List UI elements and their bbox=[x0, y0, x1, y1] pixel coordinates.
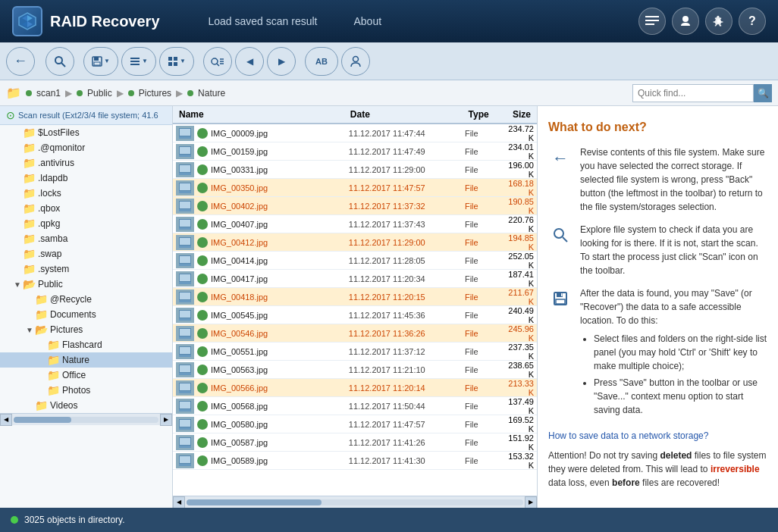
nav-about[interactable]: About bbox=[336, 0, 400, 42]
tree-label-documents: Documents bbox=[50, 309, 96, 320]
file-date: 11.12.2017 11:29:00 bbox=[349, 165, 465, 174]
user2-button[interactable] bbox=[341, 47, 370, 76]
tree-item-recycle[interactable]: 📁@Recycle bbox=[0, 292, 172, 307]
file-thumb bbox=[176, 289, 194, 305]
back-button[interactable]: ← bbox=[6, 47, 35, 76]
help-button[interactable]: ? bbox=[739, 8, 766, 35]
tree-item-photos[interactable]: 📁Photos bbox=[0, 383, 172, 398]
list-button[interactable]: ▼ bbox=[121, 47, 156, 76]
tree-item-videos[interactable]: 📁Videos bbox=[0, 398, 172, 413]
scan-button[interactable] bbox=[45, 47, 74, 76]
tree-item-qmonitor[interactable]: 📁.@qmonitor bbox=[0, 140, 172, 155]
file-row[interactable]: IMG_00587.jpg 11.12.2017 11:41:26 File 1… bbox=[173, 433, 537, 452]
tree-item-qpkg[interactable]: 📁.qpkg bbox=[0, 216, 172, 231]
tree-item-nature[interactable]: 📁Nature bbox=[0, 352, 172, 368]
file-row[interactable]: IMG_00417.jpg 11.12.2017 11:20:34 File 1… bbox=[173, 270, 537, 288]
quick-find-search-button[interactable]: 🔍 bbox=[754, 84, 772, 102]
file-status-dot bbox=[197, 419, 208, 430]
quick-find-input[interactable] bbox=[632, 84, 754, 102]
tree-item-flashcard[interactable]: 📁Flashcard bbox=[0, 337, 172, 352]
tree-item-system[interactable]: 📁.system bbox=[0, 261, 172, 277]
file-size: 196.00 K bbox=[508, 161, 537, 179]
tree-item-office[interactable]: 📁Office bbox=[0, 368, 172, 383]
col-size[interactable]: Size bbox=[513, 109, 537, 120]
file-thumb bbox=[176, 362, 194, 377]
file-row[interactable]: IMG_00407.jpg 11.12.2017 11:37:43 File 2… bbox=[173, 215, 537, 233]
svg-rect-48 bbox=[179, 246, 191, 248]
tree-item-public[interactable]: ▼📂Public bbox=[0, 277, 172, 292]
file-row[interactable]: IMG_00563.jpg 11.12.2017 11:21:10 File 2… bbox=[173, 361, 537, 379]
file-type: File bbox=[465, 420, 508, 429]
file-date: 11.12.2017 11:21:10 bbox=[349, 365, 465, 374]
file-scrollbar-h[interactable]: ◀ ▶ bbox=[173, 496, 537, 508]
file-row[interactable]: IMG_00546.jpg 11.12.2017 11:36:26 File 2… bbox=[173, 324, 537, 343]
tree-label-nature: Nature bbox=[62, 355, 89, 365]
folder-icon-qbox: 📁 bbox=[23, 202, 36, 214]
file-thumb bbox=[176, 126, 194, 141]
tree-expand-system bbox=[12, 264, 23, 274]
tree-item-qbox[interactable]: 📁.qbox bbox=[0, 201, 172, 216]
nav-load-scan[interactable]: Load saved scan result bbox=[190, 0, 336, 42]
tree-item-samba[interactable]: 📁.samba bbox=[0, 231, 172, 246]
find-files-button[interactable] bbox=[203, 47, 232, 76]
svg-rect-51 bbox=[179, 264, 191, 266]
col-name[interactable]: Name bbox=[173, 109, 350, 120]
tree-item-antivirus[interactable]: 📁.antivirus bbox=[0, 155, 172, 171]
file-status-dot bbox=[197, 292, 208, 302]
prev-button[interactable]: ◀ bbox=[235, 47, 264, 76]
breadcrumb-item-scan1[interactable]: scan1 bbox=[36, 88, 61, 99]
svg-rect-72 bbox=[179, 391, 191, 393]
save-button[interactable]: ▼ bbox=[83, 47, 118, 76]
file-row[interactable]: IMG_00009.jpg 11.12.2017 11:47:44 File 2… bbox=[173, 124, 537, 142]
file-row[interactable]: IMG_00566.jpg 11.12.2017 11:20:14 File 2… bbox=[173, 379, 537, 397]
file-name: IMG_00546.jpg bbox=[211, 329, 349, 338]
messages-button[interactable] bbox=[638, 8, 666, 35]
encoding-button[interactable]: AB bbox=[305, 47, 338, 76]
breadcrumb-item-nature[interactable]: Nature bbox=[198, 88, 225, 99]
svg-point-8 bbox=[682, 16, 689, 22]
file-row[interactable]: IMG_00331.jpg 11.12.2017 11:29:00 File 1… bbox=[173, 161, 537, 179]
file-row[interactable]: IMG_00589.jpg 11.12.2017 11:41:30 File 1… bbox=[173, 452, 537, 470]
file-row[interactable]: IMG_00412.jpg 11.12.2017 11:29:00 File 1… bbox=[173, 233, 537, 252]
tree-scroll-right[interactable]: ▶ bbox=[160, 414, 172, 426]
tree-item-pictures[interactable]: ▼📂Pictures bbox=[0, 322, 172, 337]
tree-scroll-left[interactable]: ◀ bbox=[0, 414, 12, 426]
file-size: 151.92 K bbox=[508, 433, 537, 452]
file-scroll-right[interactable]: ▶ bbox=[525, 496, 537, 509]
file-status-dot bbox=[197, 183, 208, 193]
network-storage-link[interactable]: How to save data to a network storage? bbox=[548, 429, 767, 443]
file-row[interactable]: IMG_00418.jpg 11.12.2017 11:20:15 File 2… bbox=[173, 288, 537, 306]
tree-item-documents[interactable]: 📁Documents bbox=[0, 307, 172, 322]
file-name: IMG_00568.jpg bbox=[211, 402, 349, 411]
tree-scrollbar-h[interactable]: ◀ ▶ bbox=[0, 413, 172, 425]
tree-item-ldapdb[interactable]: 📁.ldapdb bbox=[0, 171, 172, 186]
file-date: 11.12.2017 11:20:34 bbox=[349, 274, 465, 283]
settings-button[interactable] bbox=[705, 8, 733, 35]
col-type[interactable]: Type bbox=[469, 109, 513, 120]
file-row[interactable]: IMG_00159.jpg 11.12.2017 11:47:49 File 2… bbox=[173, 142, 537, 161]
file-row[interactable]: IMG_00551.jpg 11.12.2017 11:37:12 File 2… bbox=[173, 343, 537, 361]
user-button[interactable] bbox=[672, 8, 699, 35]
view-button[interactable]: ▼ bbox=[159, 47, 194, 76]
tree-item-swap[interactable]: 📁.swap bbox=[0, 246, 172, 261]
file-scroll-left[interactable]: ◀ bbox=[173, 496, 185, 509]
file-row[interactable]: IMG_00402.jpg 11.12.2017 11:37:32 File 1… bbox=[173, 197, 537, 215]
breadcrumb-item-public[interactable]: Public bbox=[87, 88, 112, 99]
file-row[interactable]: IMG_00568.jpg 11.12.2017 11:50:44 File 1… bbox=[173, 397, 537, 415]
breadcrumb-item-pictures[interactable]: Pictures bbox=[139, 88, 171, 99]
file-date: 11.12.2017 11:41:30 bbox=[349, 456, 465, 465]
tree-item-lostfiles[interactable]: 📁$LostFiles bbox=[0, 125, 172, 140]
svg-rect-7 bbox=[645, 23, 654, 25]
next-button[interactable]: ▶ bbox=[267, 47, 296, 76]
svg-rect-44 bbox=[180, 220, 190, 227]
file-row[interactable]: IMG_00580.jpg 11.12.2017 11:47:57 File 1… bbox=[173, 415, 537, 433]
file-status-dot bbox=[197, 401, 208, 412]
svg-rect-63 bbox=[179, 336, 191, 339]
col-date[interactable]: Date bbox=[350, 109, 469, 120]
file-row[interactable]: IMG_00414.jpg 11.12.2017 11:28:05 File 2… bbox=[173, 252, 537, 270]
file-row[interactable]: IMG_00545.jpg 11.12.2017 11:45:36 File 2… bbox=[173, 306, 537, 324]
file-thumb bbox=[176, 271, 194, 286]
info-back-icon: ← bbox=[548, 146, 573, 170]
tree-item-locks[interactable]: 📁.locks bbox=[0, 186, 172, 201]
file-row[interactable]: IMG_00350.jpg 11.12.2017 11:47:57 File 1… bbox=[173, 179, 537, 197]
